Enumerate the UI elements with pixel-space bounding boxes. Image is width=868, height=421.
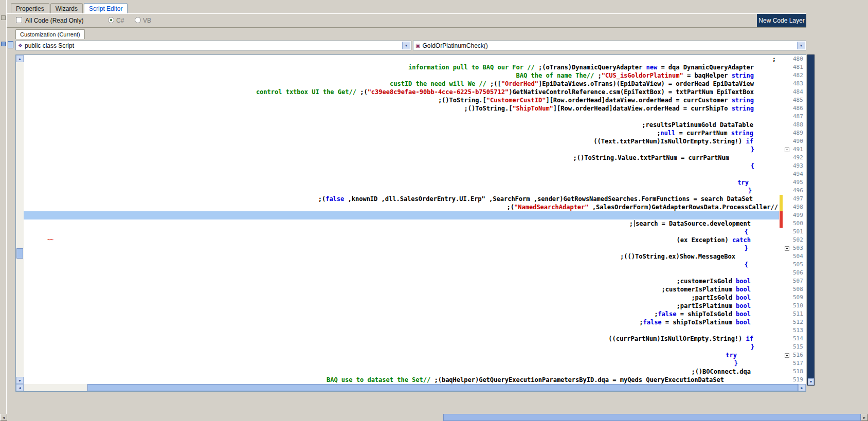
fold-row: [783, 195, 790, 203]
vb-radio[interactable]: [135, 17, 141, 23]
scroll-right-button[interactable]: ►: [798, 384, 806, 391]
window-scroll-thumb[interactable]: [443, 414, 861, 421]
code-line-481[interactable]: information pull to BAQ our For // ;(oTr…: [24, 63, 779, 71]
code-line-500[interactable]: ;search = DataSource.development: [24, 219, 779, 228]
code-line-491[interactable]: }: [24, 145, 779, 154]
class-selector-combo[interactable]: ❖ public class Script ▼: [15, 41, 411, 50]
line-number: 511: [790, 310, 806, 318]
outer-vertical-scrollbar[interactable]: ▼: [807, 54, 815, 386]
dock-panel-icon[interactable]: [1, 15, 6, 20]
code-line-483[interactable]: custID the need will We // ;(["OrderHed"…: [24, 80, 779, 88]
vertical-scroll-track[interactable]: [16, 62, 24, 377]
fold-row: [783, 71, 790, 80]
code-line-512[interactable]: ;false = shipToIsPlatinum bool: [24, 318, 779, 326]
code-token: ;()ToString.Value.txtPartNum = currPartN…: [573, 154, 729, 161]
code-line-498[interactable]: ;("NamedSearchAdapter" ,SalesOrderForm)G…: [24, 203, 779, 211]
line-number: 516: [790, 351, 806, 359]
tab-properties[interactable]: Properties: [11, 3, 49, 13]
fold-toggle-516[interactable]: [785, 353, 789, 358]
code-line-492[interactable]: ;()ToString.Value.txtPartNum = currPartN…: [24, 154, 779, 162]
code-line-504[interactable]: ;(()ToString.ex)Show.MessageBox: [24, 252, 779, 261]
code-line-516[interactable]: try: [24, 351, 779, 359]
code-line-518[interactable]: ;()BOConnect.dqa: [24, 368, 779, 376]
code-line-509[interactable]: ;partIsGold bool: [24, 294, 779, 302]
code-line-482[interactable]: BAQ the of name The// ;"CUS_isGoldorPlat…: [24, 71, 779, 80]
fold-toggle-503[interactable]: [785, 246, 789, 251]
code-line-508[interactable]: ;customerIsPlatinum bool: [24, 285, 779, 294]
code-line-485[interactable]: ;()ToString.["CustomerCustID"][Row.order…: [24, 96, 779, 104]
code-line-514[interactable]: ((currPartNum)IsNullOrEmpty.String!) if: [24, 335, 779, 343]
window-scroll-track[interactable]: [7, 414, 443, 421]
side-panel-icon[interactable]: [8, 41, 13, 48]
scroll-up-button[interactable]: ▲: [16, 55, 24, 62]
all-code-checkbox[interactable]: [16, 17, 22, 23]
code-line-495[interactable]: try: [24, 178, 779, 187]
chevron-down-icon: ▼: [405, 44, 408, 47]
code-line-484[interactable]: control txtbox UI the Get// ;("c39ee8c9e…: [24, 88, 779, 96]
code-token: information pull to BAQ our For //: [408, 64, 538, 71]
outer-scroll-down-button[interactable]: ▼: [808, 378, 814, 385]
window-scroll-left-button[interactable]: ◄: [0, 414, 7, 421]
method-selector-combo[interactable]: ▣ GoldOrPlatinumCheck() ▼: [413, 41, 806, 50]
code-line-494[interactable]: [24, 170, 779, 178]
dock-panel-active-icon[interactable]: [1, 42, 6, 46]
code-folding-gutter[interactable]: [783, 55, 790, 384]
tab-customization-current[interactable]: Customization (Current): [15, 29, 85, 39]
fold-row: [783, 187, 790, 195]
code-line-486[interactable]: ;()ToString.["ShipToNum"][Row.orderHead]…: [24, 104, 779, 113]
fold-row: [783, 252, 790, 261]
code-line-507[interactable]: ;customerIsGold bool: [24, 277, 779, 285]
code-token: ][Row.orderHead]dataView.orderHead = cur…: [553, 105, 732, 112]
code-token: BAQ the of name The//: [516, 72, 598, 79]
code-editor-body: ▲ ▼ ;information pull to BAQ our For // …: [16, 55, 806, 384]
code-token: false: [326, 195, 344, 203]
tab-wizards[interactable]: Wizards: [50, 3, 83, 13]
line-number: 488: [790, 121, 806, 129]
method-icon: ▣: [415, 43, 420, 48]
code-line-515[interactable]: }: [24, 343, 779, 351]
code-token: bool: [736, 278, 751, 285]
vertical-scroll-thumb[interactable]: [16, 248, 23, 259]
code-line-497[interactable]: ;(false ,knownID ,dll.SalesOrderEntry.UI…: [24, 195, 779, 203]
new-code-layer-button[interactable]: New Code Layer: [757, 14, 806, 27]
line-number: 512: [790, 318, 806, 326]
horizontal-scroll-thumb[interactable]: [87, 384, 798, 391]
code-line-489[interactable]: ;null = currPartNum string: [24, 129, 779, 137]
scroll-left-button[interactable]: ◄: [16, 384, 24, 391]
code-lines[interactable]: ;information pull to BAQ our For // ;(oT…: [24, 55, 779, 384]
code-line-510[interactable]: ;partIsPlatinum bool: [24, 302, 779, 310]
code-line-517[interactable]: }: [24, 359, 779, 368]
code-line-501[interactable]: {: [24, 228, 779, 236]
code-line-490[interactable]: ((Text.txtPartNum)IsNullOrEmpty.String!)…: [24, 137, 779, 145]
editor-vertical-scrollbar[interactable]: ▲ ▼: [16, 55, 24, 384]
code-line-503[interactable]: }: [24, 244, 779, 252]
code-line-496[interactable]: }: [24, 187, 779, 195]
csharp-radio[interactable]: [108, 17, 114, 23]
scroll-down-button[interactable]: ▼: [16, 377, 24, 384]
code-line-511[interactable]: ;false = shipToIsGold bool: [24, 310, 779, 318]
fold-row: [783, 170, 790, 178]
code-line-499[interactable]: [24, 211, 779, 219]
class-combo-dropdown-button[interactable]: ▼: [402, 42, 410, 49]
fold-row: [783, 203, 790, 211]
tab-script-editor[interactable]: Script Editor: [84, 3, 128, 13]
code-line-480[interactable]: ;: [24, 55, 779, 63]
code-line-487[interactable]: [24, 113, 779, 121]
code-line-506[interactable]: [24, 269, 779, 277]
window-horizontal-scrollbar[interactable]: ◄ ►: [0, 414, 868, 421]
editor-horizontal-scrollbar[interactable]: ◄ ►: [16, 384, 806, 391]
horizontal-scroll-track[interactable]: [24, 384, 87, 391]
method-combo-dropdown-button[interactable]: ▼: [797, 42, 805, 49]
code-line-493[interactable]: {: [24, 162, 779, 170]
code-text-area[interactable]: ;information pull to BAQ our For // ;(oT…: [24, 55, 779, 384]
code-line-505[interactable]: {: [24, 261, 779, 269]
line-number: 495: [790, 178, 806, 187]
code-token: catch: [732, 236, 751, 244]
code-line-513[interactable]: [24, 326, 779, 335]
fold-toggle-491[interactable]: [785, 148, 789, 152]
window-scroll-right-button[interactable]: ►: [861, 414, 868, 421]
code-line-519[interactable]: BAQ use to dataset the Set// ;(baqHelper…: [24, 376, 779, 384]
line-number: 497: [790, 195, 806, 203]
code-line-502[interactable]: (ex Exception) catch~~: [24, 236, 779, 244]
code-line-488[interactable]: ;resultsPlatinumGold DataTable: [24, 121, 779, 129]
